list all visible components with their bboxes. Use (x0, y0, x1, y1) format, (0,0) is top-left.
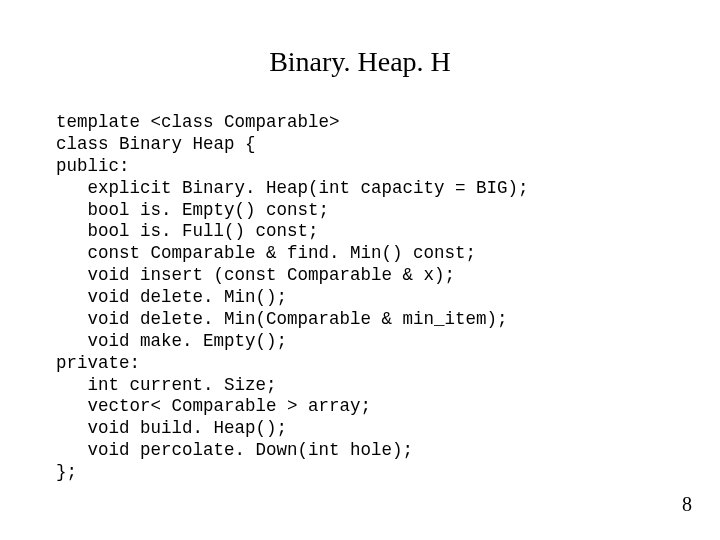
code-block: template <class Comparable> class Binary… (56, 112, 529, 484)
page-number: 8 (682, 493, 692, 516)
slide: Binary. Heap. H template <class Comparab… (0, 0, 720, 540)
slide-title: Binary. Heap. H (0, 46, 720, 78)
